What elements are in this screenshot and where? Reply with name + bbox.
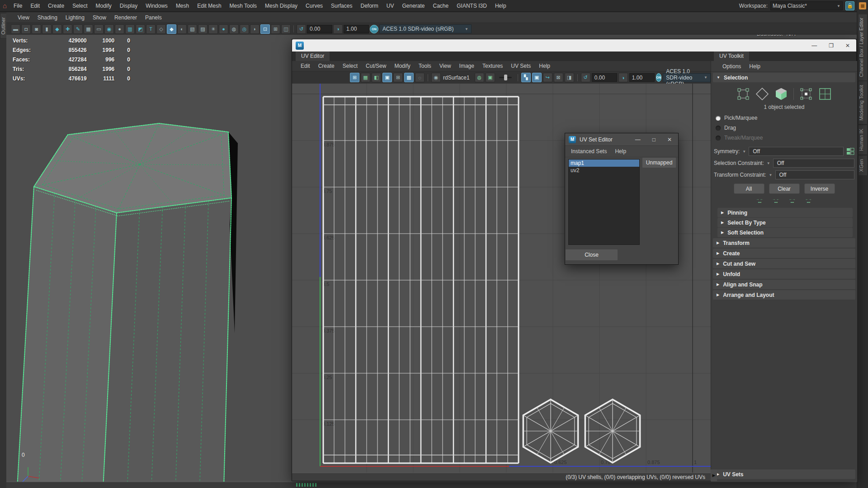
surface-name-label[interactable]: rdSurface1: [443, 75, 470, 81]
panel-menu-item[interactable]: View: [14, 13, 33, 23]
uv-menu-item[interactable]: View: [435, 61, 455, 71]
toolkit-button[interactable]: All: [734, 183, 764, 194]
image-dim-slider[interactable]: [499, 77, 512, 78]
motion-blur-icon[interactable]: ◎: [240, 24, 249, 34]
menu-item[interactable]: Curves: [302, 1, 327, 11]
vertex-select-icon[interactable]: [736, 87, 750, 101]
split-layout-icon[interactable]: ◧: [372, 73, 381, 82]
toolkit-section[interactable]: ▶ Cut and Sew: [713, 259, 855, 268]
uv-menu-item[interactable]: Edit: [297, 61, 314, 71]
move-tool-icon[interactable]: ✚: [63, 24, 72, 34]
chevron-down-icon[interactable]: ▼: [742, 150, 746, 154]
menu-item[interactable]: Mesh Display: [261, 1, 302, 11]
film-gate-icon[interactable]: ▭: [94, 24, 104, 34]
select-edge-ring-icon[interactable]: ←→ ▪▪▪: [803, 197, 815, 205]
menu-item[interactable]: Help: [491, 1, 510, 11]
dock-tab[interactable]: Channel Box / Layer Editor: [858, 14, 868, 81]
toolkit-subsection[interactable]: ▶ Select By Type: [717, 218, 853, 227]
color-management-toggle[interactable]: ON: [370, 25, 378, 33]
stack-layout-icon[interactable]: ▦: [361, 73, 370, 82]
checker-display-icon[interactable]: ▩: [404, 73, 414, 82]
shrink-selection-icon[interactable]: → ← ▪▪▪: [754, 197, 766, 205]
bookmark-icon[interactable]: ▮: [42, 24, 52, 34]
uv-menu-item[interactable]: Textures: [478, 61, 507, 71]
camera-icon[interactable]: ▬: [11, 24, 20, 34]
tile-layout-icon[interactable]: ⊞: [350, 73, 359, 82]
menu-item[interactable]: Mesh Tools: [226, 1, 261, 11]
exposure-field[interactable]: 0.00: [592, 73, 617, 82]
panel-menu-item[interactable]: Panels: [141, 13, 166, 23]
toolkit-section[interactable]: ▶ Transform: [713, 238, 855, 248]
edge-select-icon[interactable]: [755, 87, 769, 101]
colorspace-select[interactable]: ACES 1.0 SDR-video (sRGB) ▼: [663, 73, 711, 82]
wireframe-on-shaded-icon[interactable]: ▨: [198, 24, 208, 34]
image-plane-icon[interactable]: ◆: [52, 24, 62, 34]
panel-menu-item[interactable]: Renderer: [110, 13, 141, 23]
section-selection[interactable]: ▼ Selection: [713, 73, 855, 82]
toolkit-splitter-toggle[interactable]: ▶: [711, 469, 717, 481]
maximize-icon[interactable]: ❐: [829, 42, 834, 49]
toolkit-section[interactable]: ▶ Unfold: [713, 269, 855, 279]
radio-option[interactable]: Drag: [711, 123, 857, 133]
toolkit-menu-item[interactable]: Help: [745, 61, 764, 71]
minimize-icon[interactable]: —: [811, 42, 817, 49]
dialog-bottom-button[interactable]: Close: [565, 249, 618, 261]
grow-selection-icon[interactable]: → ← ▪▪▪: [770, 197, 782, 205]
uv-menu-item[interactable]: UV Sets: [507, 61, 535, 71]
shaded-icon[interactable]: ◆: [167, 24, 176, 34]
symmetry-field[interactable]: Off: [749, 147, 844, 156]
textured-icon[interactable]: ◐: [177, 24, 187, 34]
gamma-field[interactable]: 1.00: [344, 25, 369, 33]
dialog-menu-item[interactable]: Help: [611, 146, 630, 156]
ao-icon[interactable]: ◍: [229, 24, 239, 34]
grid-display-icon[interactable]: ▣: [382, 73, 392, 82]
lights-icon[interactable]: ✳: [208, 24, 218, 34]
chevron-down-icon[interactable]: ▼: [769, 173, 773, 177]
tab-uv-editor[interactable]: UV Editor: [296, 52, 330, 61]
uv-set-item[interactable]: uv2: [569, 167, 639, 174]
gamma-icon[interactable]: ◑: [618, 73, 628, 82]
menu-item[interactable]: Edit Mesh: [193, 1, 225, 11]
dialog-side-button[interactable]: Unmapped: [642, 157, 676, 168]
material-icon[interactable]: ▧: [188, 24, 197, 34]
workspace-select[interactable]: Maya Classic* ▼: [770, 1, 843, 10]
menu-item[interactable]: Mesh: [172, 1, 193, 11]
camera-gear-icon[interactable]: ◙: [32, 24, 41, 34]
dock-tab[interactable]: Human IK: [858, 125, 868, 155]
exposure-icon[interactable]: ↺: [297, 24, 306, 34]
uv-menu-item[interactable]: Create: [314, 61, 339, 71]
menu-item[interactable]: File: [9, 1, 26, 11]
toolkit-subsection[interactable]: ▶ Soft Selection: [717, 228, 853, 237]
toolkit-button[interactable]: Inverse: [804, 183, 835, 194]
home-icon[interactable]: ⌂: [3, 2, 7, 9]
menu-item[interactable]: Generate: [398, 1, 429, 11]
color-management-toggle[interactable]: ON: [656, 73, 662, 82]
safe-action-icon[interactable]: ◩: [136, 24, 145, 34]
toolkit-section[interactable]: ▶ Arrange and Layout: [713, 290, 855, 300]
camera-icon[interactable]: ◉: [431, 73, 441, 82]
select-edge-loop-icon[interactable]: ←→ ▪▪▪: [787, 197, 798, 205]
menu-item[interactable]: Edit: [26, 1, 44, 11]
uv-snapshot-icon[interactable]: ⊠: [554, 73, 563, 82]
baked-texture-icon[interactable]: ▣: [532, 73, 542, 82]
uv-menu-item[interactable]: Tools: [415, 61, 435, 71]
uv-menu-item[interactable]: Help: [535, 61, 554, 71]
update-psd-icon[interactable]: ↪: [543, 73, 552, 82]
gamma-field[interactable]: 1.00: [629, 73, 655, 82]
wireframe-icon[interactable]: ◇: [156, 24, 166, 34]
lock-icon[interactable]: 🔒: [845, 1, 854, 10]
minimize-icon[interactable]: —: [635, 136, 641, 143]
close-icon[interactable]: ✕: [845, 42, 850, 49]
radio-option[interactable]: Pick/Marquee: [711, 113, 857, 123]
uv-set-list[interactable]: map1uv2: [568, 159, 640, 245]
section-uv-sets[interactable]: ▶ UV Sets: [713, 469, 855, 479]
panel-menu-item[interactable]: Lighting: [61, 13, 89, 23]
toolkit-button[interactable]: Clear: [769, 183, 800, 194]
uv-menu-item[interactable]: Modify: [390, 61, 414, 71]
transform-constraint-field[interactable]: Off: [775, 170, 854, 179]
menu-item[interactable]: Cache: [429, 1, 453, 11]
menu-item[interactable]: Deform: [356, 1, 382, 11]
menu-item[interactable]: Windows: [142, 1, 172, 11]
toolkit-section[interactable]: ▶ Create: [713, 249, 855, 258]
uv-menu-item[interactable]: Image: [455, 61, 478, 71]
